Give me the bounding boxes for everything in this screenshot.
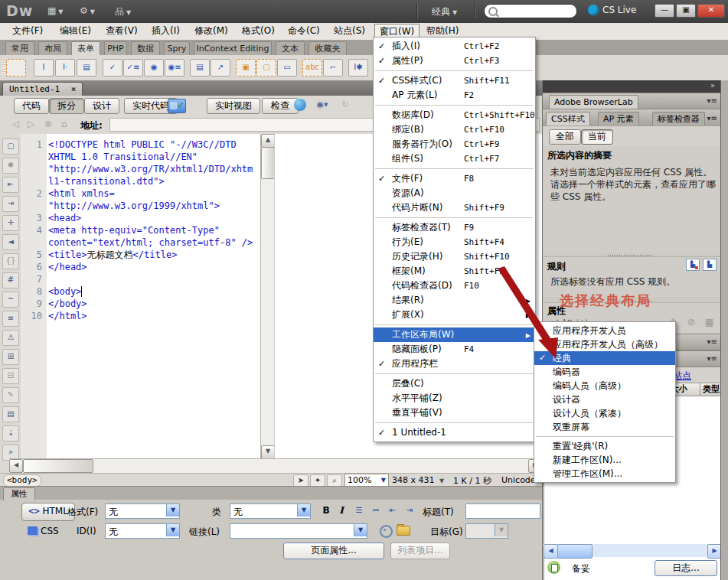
refresh-icon[interactable]: ↻ [338, 99, 352, 112]
zoom-level-select[interactable]: 100%▼ [344, 474, 389, 487]
insert-tab-PHP[interactable]: PHP [104, 41, 127, 55]
code-vertical-scrollbar[interactable]: ▲ ▼ [260, 134, 275, 458]
apply-comment-icon[interactable]: ⊞ [2, 349, 19, 365]
extend-gear-icon[interactable]: ⚙▼ [80, 5, 95, 18]
workspace-item-设计人员（紧凑）[interactable]: 设计人员（紧凑） [534, 406, 675, 420]
scroll-left-icon[interactable]: ◀ [544, 544, 558, 559]
browserlab-tab[interactable]: Adobe BrowserLab [549, 95, 638, 109]
toolbar-grip[interactable] [2, 60, 5, 75]
css-mode-button[interactable]: CSS [28, 524, 73, 538]
edit-snippet-icon[interactable]: ✎ [2, 387, 19, 403]
insert-tab-InContext Editing[interactable]: InContext Editing [194, 41, 272, 55]
window-menu-item-CSS样式(C)[interactable]: ✓CSS样式(C)Shift+F11 [374, 73, 535, 88]
tag-selector-body[interactable]: <body> [3, 474, 41, 487]
window-menu-item-历史记录(H)[interactable]: 历史记录(H)Shift+F10 [374, 249, 535, 264]
css-all-button[interactable]: 全部 [549, 129, 581, 145]
workspace-item-编码器[interactable]: 编码器 [534, 365, 675, 379]
insert-tab-Spry[interactable]: Spry [164, 41, 190, 55]
menubar-item-查看(V)[interactable]: 查看(V) [101, 24, 142, 38]
workspace-item-编码人员（高级）[interactable]: 编码人员（高级） [534, 379, 675, 393]
remove-comment-icon[interactable]: ⊟ [2, 368, 19, 384]
code-horizontal-scrollbar[interactable]: ◀ ▶ [9, 458, 542, 473]
workspace-item-重置'经典'(R)[interactable]: 重置'经典'(R) [534, 439, 675, 453]
window-menu-item-AP 元素(L)[interactable]: AP 元素(L)F2 [374, 88, 535, 103]
insert-tab-常用[interactable]: 常用 [5, 41, 34, 55]
class-select[interactable]: 无▼ [230, 503, 311, 519]
text-field-icon[interactable]: I [34, 59, 54, 77]
live-data-icon[interactable]: ▥✓ [168, 99, 186, 113]
disable-property-icon[interactable]: ⊘ [687, 317, 695, 327]
pointer-tool-icon[interactable]: ➤ [293, 474, 309, 487]
document-tab[interactable]: Untitled-1 × [2, 82, 83, 96]
window-menu-item-服务器行为(O)[interactable]: 服务器行为(O)Ctrl+F9 [374, 137, 535, 152]
link-combo[interactable]: ▼ [230, 523, 367, 539]
hidden-field-icon[interactable]: I· [55, 59, 75, 77]
forward-icon[interactable]: ▷ [28, 119, 34, 129]
window-menu-item-结果(R)[interactable]: 结果(R)▶ [374, 293, 535, 308]
live-view-button[interactable]: 实时视图 [207, 98, 260, 114]
window-menu-item-代码片断(N)[interactable]: 代码片断(N)Shift+F9 [374, 200, 535, 215]
window-menu-item-代码检查器(D)[interactable]: 代码检查器(D)F10 [374, 279, 535, 293]
file-field-icon[interactable]: ▢ [256, 59, 276, 77]
panel-edge-strip[interactable] [720, 80, 728, 580]
close-tab-icon[interactable]: × [71, 84, 77, 94]
indent-icon[interactable]: ⇥ [403, 504, 416, 516]
window-menu-item-工作区布局(W)[interactable]: 工作区布局(W)▶ [374, 327, 535, 342]
delete-rule-icon[interactable]: ▦ [705, 317, 713, 327]
point-to-file-icon[interactable] [380, 525, 393, 538]
checkbox-icon[interactable]: ✓ [103, 59, 122, 77]
window-menu-item-插入(I)[interactable]: ✓插入(I)Ctrl+F2 [374, 39, 535, 54]
jump-menu-icon[interactable]: ↗ [211, 59, 230, 77]
inspect-button[interactable]: 检查 [262, 98, 299, 114]
format-select[interactable]: 无▼ [105, 503, 180, 519]
window-menu-item-标签检查器(T)[interactable]: 标签检查器(T)F9 [374, 220, 535, 235]
line-numbers-icon[interactable]: # [2, 272, 19, 288]
id-select[interactable]: 无▼ [105, 523, 180, 539]
window-menu-item-数据库(D)[interactable]: 数据库(D)Ctrl+Shift+F10 [374, 108, 535, 122]
window-menu-item-文件(F)[interactable]: ✓文件(F)F8 [374, 171, 535, 186]
layout-switcher-icon[interactable]: ▦▼ [47, 5, 64, 18]
workspace-item-设计器[interactable]: 设计器 [534, 393, 675, 406]
insert-tab-布局[interactable]: 布局 [38, 41, 67, 55]
recent-snippets-icon[interactable]: ▤ [2, 406, 19, 422]
workspace-switcher[interactable]: 经典▼ [427, 4, 462, 21]
panel-menu-icon[interactable]: ▾≡ [707, 114, 717, 122]
stop-icon[interactable]: ⊗ [44, 119, 52, 129]
open-documents-icon[interactable]: ▢ [2, 138, 19, 155]
back-icon[interactable]: ◁ [12, 119, 19, 129]
css-current-button[interactable]: 当前 [581, 129, 613, 145]
window-menu-item-水平平铺(Z)[interactable]: 水平平铺(Z) [374, 391, 535, 406]
panel-menu-icon[interactable]: ▾≡ [707, 354, 717, 363]
scroll-thumb[interactable] [23, 459, 93, 473]
menubar-item-文件(F)[interactable]: 文件(F) [8, 24, 47, 38]
scroll-down-icon[interactable]: ▼ [261, 445, 275, 459]
menubar-item-修改(M)[interactable]: 修改(M) [190, 24, 233, 38]
collapse-full-tag-icon[interactable]: ⇤ [2, 177, 19, 193]
browserlab-panel-bar[interactable]: Adobe BrowserLab ▾≡ [543, 93, 721, 109]
window-menu-item-资源(A)[interactable]: 资源(A) [374, 186, 535, 200]
browse-folder-icon[interactable] [397, 526, 410, 536]
insert-tab-表单[interactable]: 表单 [71, 41, 100, 56]
window-size-select[interactable]: 348 x 431 ▼ [392, 475, 444, 485]
label-icon[interactable]: abc [302, 59, 322, 77]
visual-aids-eye-icon[interactable]: ◉▾ [314, 99, 331, 112]
ordered-list-icon[interactable]: ≔ [369, 504, 383, 516]
workspace-item-双重屏幕[interactable]: 双重屏幕 [534, 420, 675, 434]
title-input[interactable] [465, 503, 540, 519]
italic-button[interactable]: I [335, 504, 348, 516]
unordered-list-icon[interactable]: ☰ [352, 504, 366, 516]
menubar-item-命令(C)[interactable]: 命令(C) [283, 24, 325, 38]
scroll-thumb[interactable] [261, 147, 275, 179]
checkbox-group-icon[interactable]: ✓≡ [123, 59, 143, 77]
show-cascade-icon[interactable]: ▙ [686, 259, 700, 271]
window-menu-item-扩展(X)[interactable]: 扩展(X)▶ [374, 308, 535, 322]
form-icon[interactable] [6, 59, 26, 77]
collapse-selection-icon[interactable]: ⇥ [2, 196, 19, 212]
window-menu-item-框架(M)[interactable]: 框架(M)Shift+F2 [374, 264, 535, 279]
radio-button-icon[interactable]: ◉ [144, 59, 164, 77]
window-menu-item-层叠(C)[interactable]: 层叠(C) [374, 376, 535, 391]
column-header-type[interactable]: 类型 [700, 383, 723, 396]
window-menu-item-垂直平铺(V)[interactable]: 垂直平铺(V) [374, 406, 535, 420]
cs-live-button[interactable]: CS Live [588, 5, 636, 15]
move-css-icon[interactable]: ⇣ [2, 425, 19, 442]
